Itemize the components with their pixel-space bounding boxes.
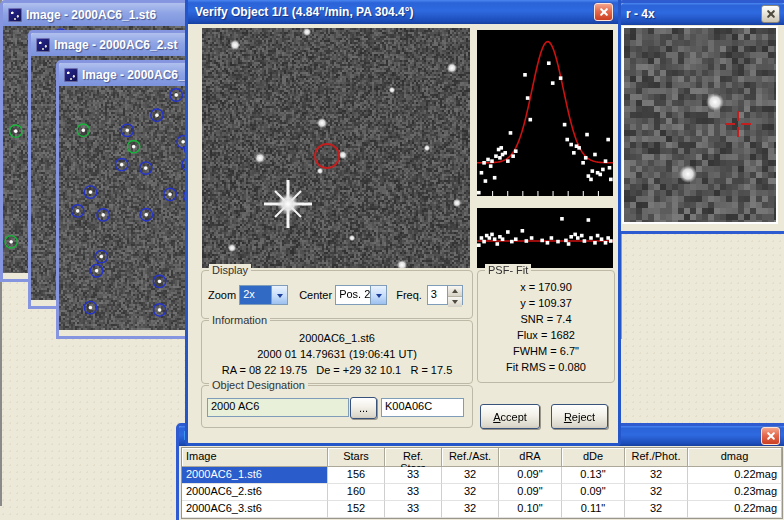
object-marker-circle [314, 143, 340, 169]
image-window-icon [8, 8, 22, 22]
table-row[interactable]: 2000AC6_2.st6 160 33 32 0.09" 0.09" 32 0… [182, 484, 782, 501]
cell-image: 2000AC6_1.st6 [182, 467, 328, 484]
reject-button-label: Reject [564, 411, 595, 423]
cell-refast: 32 [442, 484, 499, 501]
column-header-dra[interactable]: dRA [499, 448, 562, 467]
freq-value: 3 [428, 286, 447, 304]
spin-up-icon[interactable] [448, 286, 462, 297]
center-label: Center [299, 289, 332, 301]
cell-stars: 160 [328, 484, 385, 501]
magnifier-title: r - 4x [626, 7, 655, 21]
image-window-3-title: Image - 2000AC6_ [82, 68, 185, 82]
column-header-refphot[interactable]: Ref./Phot. [625, 448, 688, 467]
column-header-image[interactable]: Image [182, 448, 328, 467]
spin-down-icon[interactable] [448, 297, 462, 307]
column-header-refstars[interactable]: Ref. Stars [385, 448, 442, 467]
dialog-title: Verify Object 1/1 (4.84"/min, PA 304.4°) [195, 5, 414, 19]
psf-fit-group: PSF- Fit x = 170.90 y = 109.37 SNR = 7.4… [477, 270, 615, 383]
freq-label: Freq. [396, 289, 422, 301]
psf-fit-group-label: PSF- Fit [485, 264, 531, 276]
magnifier-window: r - 4x [618, 0, 784, 234]
image-window-icon [36, 38, 50, 52]
chevron-down-icon[interactable] [271, 286, 287, 304]
psf-fwhm: FWHM = 6.7" [478, 343, 614, 359]
column-header-stars[interactable]: Stars [328, 448, 385, 467]
object-designation-group: Object Designation 2000 AC6 ... K00A06C [201, 385, 473, 428]
cell-dde: 0.11" [562, 501, 625, 518]
info-filename: 2000AC6_1.st6 [202, 330, 472, 346]
cell-dmag: 0.22mag [688, 467, 782, 484]
cell-dra: 0.09" [499, 467, 562, 484]
psf-residuals-plot [477, 208, 613, 268]
center-value: Pos. 2 [336, 286, 370, 304]
cell-dmag: 0.23mag [688, 484, 782, 501]
cell-image: 2000AC6_3.st6 [182, 501, 328, 518]
designation-input[interactable]: 2000 AC6 [207, 398, 349, 417]
cell-stars: 152 [328, 501, 385, 518]
display-group-label: Display [209, 264, 251, 276]
close-icon[interactable] [594, 3, 613, 21]
cell-dra: 0.10" [499, 501, 562, 518]
column-header-dde[interactable]: dDe [562, 448, 625, 467]
psf-profile-plot [477, 30, 613, 196]
cell-dmag: 0.22mag [688, 501, 782, 518]
image-window-1-title: Image - 2000AC6_1.st6 [26, 8, 156, 22]
table-row[interactable]: 2000AC6_3.st6 152 33 32 0.10" 0.11" 32 0… [182, 501, 782, 518]
close-icon[interactable] [761, 427, 780, 445]
cell-refphot: 32 [625, 467, 688, 484]
accept-button[interactable]: Accept [480, 404, 540, 429]
zoom-value: 2x [240, 286, 271, 304]
information-group-label: Information [209, 314, 270, 326]
zoom-label: Zoom [208, 289, 236, 301]
accept-button-label: Accept [493, 411, 527, 423]
image-window-2-title: Image - 2000AC6_2.st [54, 38, 177, 52]
verify-object-dialog: Verify Object 1/1 (4.84"/min, PA 304.4°)… [185, 0, 621, 446]
cell-stars: 156 [328, 467, 385, 484]
zoom-select[interactable]: 2x [239, 285, 288, 305]
info-coordinates: RA = 08 22 19.75 De = +29 32 10.1 R = 17… [202, 362, 472, 378]
results-table: Image Stars Ref. Stars Ref./Ast. dRA dDe… [181, 447, 783, 519]
dialog-titlebar[interactable]: Verify Object 1/1 (4.84"/min, PA 304.4°) [188, 0, 618, 24]
column-header-dmag[interactable]: dmag [688, 448, 782, 467]
psf-snr: SNR = 7.4 [478, 311, 614, 327]
center-select[interactable]: Pos. 2 [335, 285, 387, 305]
cell-refstars: 33 [385, 484, 442, 501]
object-designation-label: Object Designation [209, 379, 308, 391]
cell-refast: 32 [442, 501, 499, 518]
magnifier-view[interactable] [623, 27, 777, 223]
table-row[interactable]: 2000AC6_1.st6 156 33 32 0.09" 0.13" 32 0… [182, 467, 782, 484]
cell-image: 2000AC6_2.st6 [182, 484, 328, 501]
psf-x: x = 170.90 [478, 279, 614, 295]
psf-flux: Flux = 1682 [478, 327, 614, 343]
cell-dra: 0.09" [499, 484, 562, 501]
column-header-refast[interactable]: Ref./Ast. [442, 448, 499, 467]
display-group: Display Zoom 2x Center Pos. 2 Freq. 3 [201, 270, 473, 319]
info-datetime: 2000 01 14.79631 (19:06:41 UT) [202, 346, 472, 362]
cell-refstars: 33 [385, 467, 442, 484]
chevron-down-icon[interactable] [370, 286, 386, 304]
image-window-icon [64, 68, 78, 82]
reject-button[interactable]: Reject [551, 404, 608, 429]
close-icon[interactable] [761, 5, 780, 23]
freq-stepper[interactable]: 3 [427, 285, 463, 305]
cell-refphot: 32 [625, 501, 688, 518]
browse-button[interactable]: ... [350, 397, 377, 419]
cell-refphot: 32 [625, 484, 688, 501]
psf-fitrms: Fit RMS = 0.080 [478, 359, 614, 375]
cell-dde: 0.09" [562, 484, 625, 501]
table-header-row: Image Stars Ref. Stars Ref./Ast. dRA dDe… [182, 448, 782, 467]
packed-designation-input[interactable]: K00A06C [381, 398, 464, 417]
magnifier-titlebar[interactable]: r - 4x [621, 3, 784, 25]
cell-refstars: 33 [385, 501, 442, 518]
psf-y: y = 109.37 [478, 295, 614, 311]
cell-refast: 32 [442, 467, 499, 484]
object-image-view[interactable] [202, 28, 470, 268]
information-group: Information 2000AC6_1.st6 2000 01 14.796… [201, 320, 473, 384]
astrometrica-workspace: Image - 2000AC6_1.st6 Image - 2000AC6_2.… [0, 0, 784, 520]
cell-dde: 0.13" [562, 467, 625, 484]
